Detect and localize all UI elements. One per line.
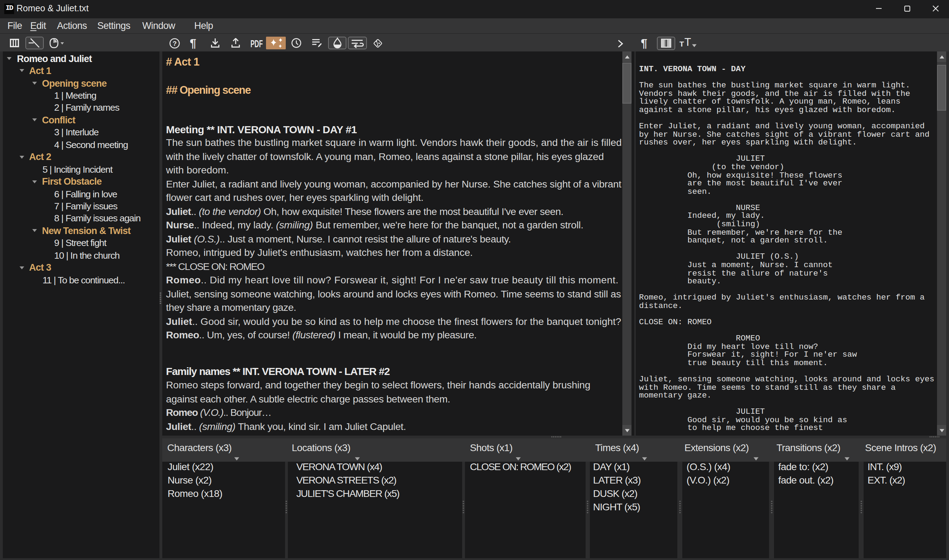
svg-text:?: ? <box>173 40 177 47</box>
